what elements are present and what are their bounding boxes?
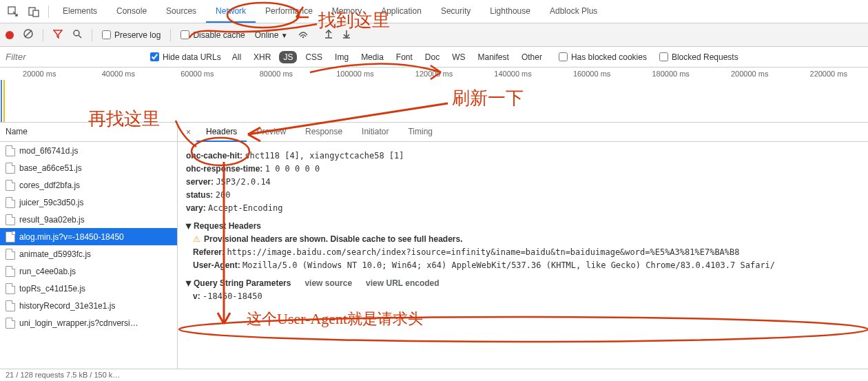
timeline-tick: 80000 ms — [237, 70, 316, 78]
record-button[interactable] — [6, 31, 14, 39]
subtab-initiator[interactable]: Initiator — [352, 123, 398, 142]
request-item[interactable]: animate_d5993fc.js — [0, 245, 177, 262]
timeline-tick: 100000 ms — [316, 70, 395, 78]
devtools-top-tabs: ElementsConsoleSourcesNetworkPerformance… — [0, 0, 868, 23]
filter-type-ws[interactable]: WS — [448, 51, 469, 63]
tab-security[interactable]: Security — [431, 1, 480, 23]
v-label: v: — [193, 291, 200, 301]
filter-type-manifest[interactable]: Manifest — [474, 51, 513, 63]
query-string-section[interactable]: ▶Query String Parameters view source vie… — [186, 278, 860, 288]
tab-performance[interactable]: Performance — [256, 1, 322, 23]
request-headers-section[interactable]: ▶Request Headers — [186, 221, 860, 231]
request-item-name: uni_login_wrapper.js?cdnversi… — [19, 318, 138, 328]
v-value: -18450-18450 — [203, 291, 262, 301]
filter-type-js[interactable]: JS — [279, 51, 297, 63]
request-item[interactable]: mod_6f6741d.js — [0, 142, 177, 159]
filter-type-img[interactable]: Img — [331, 51, 353, 63]
timeline-tick: 20000 ms — [0, 70, 79, 78]
filter-type-xhr[interactable]: XHR — [249, 51, 275, 63]
request-item-name: result_9aa02eb.js — [19, 215, 85, 225]
search-icon[interactable] — [72, 29, 82, 41]
subtab-preview[interactable]: Preview — [247, 123, 296, 142]
status-label: status: — [186, 190, 213, 200]
inspect-icon[interactable] — [3, 1, 23, 22]
timeline-tick: 60000 ms — [158, 70, 237, 78]
clear-icon[interactable] — [23, 29, 33, 41]
request-item-name: cores_ddf2bfa.js — [19, 181, 80, 190]
disable-cache-checkbox[interactable]: Disable cache — [180, 30, 245, 40]
file-icon — [6, 266, 15, 277]
request-item[interactable]: topRs_c41d15e.js — [0, 280, 177, 297]
request-item[interactable]: run_c4ee0ab.js — [0, 262, 177, 280]
tab-memory[interactable]: Memory — [322, 1, 371, 23]
file-icon — [6, 300, 15, 311]
request-item-name: base_a66ce51.js — [19, 163, 82, 173]
svg-point-7 — [302, 37, 303, 38]
tab-adblock-plus[interactable]: Adblock Plus — [540, 1, 607, 23]
server-label: server: — [186, 177, 214, 187]
server-value: JSP3/2.0.14 — [216, 177, 270, 187]
request-item[interactable]: base_a66ce51.js — [0, 159, 177, 176]
svg-point-5 — [74, 30, 79, 36]
filter-input[interactable] — [6, 52, 143, 62]
blocked-requests-checkbox[interactable]: Blocked Requests — [659, 52, 738, 62]
provisional-warning: Provisional headers are shown. Disable c… — [204, 234, 462, 244]
preserve-log-checkbox[interactable]: Preserve log — [102, 30, 161, 40]
subtab-response[interactable]: Response — [296, 123, 352, 142]
ohc-response-time-label: ohc-response-time: — [186, 164, 262, 174]
status-value: 200 — [216, 190, 231, 200]
filter-type-other[interactable]: Other — [517, 51, 546, 63]
filter-type-doc[interactable]: Doc — [421, 51, 444, 63]
tab-sources[interactable]: Sources — [156, 1, 206, 23]
filter-icon[interactable] — [53, 29, 63, 41]
subtab-headers[interactable]: Headers — [196, 123, 247, 142]
request-detail-panel: × HeadersPreviewResponseInitiatorTiming … — [178, 123, 868, 369]
close-icon[interactable]: × — [180, 127, 196, 137]
throttling-dropdown[interactable]: Online ▼ — [255, 30, 288, 40]
network-toolbar: Preserve log Disable cache Online ▼ — [0, 23, 868, 47]
hide-data-urls-checkbox[interactable]: Hide data URLs — [150, 52, 221, 62]
request-item-name: topRs_c41d15e.js — [19, 284, 85, 294]
request-item[interactable]: cores_ddf2bfa.js — [0, 176, 177, 194]
file-icon — [6, 197, 15, 208]
status-bar: 21 / 128 requests 7.5 kB / 150 k… — [0, 369, 868, 381]
ohc-cache-hit-label: ohc-cache-hit: — [186, 151, 242, 161]
request-item[interactable]: historyRecord_31e31e1.js — [0, 297, 177, 314]
file-icon — [6, 231, 15, 243]
vary-label: vary: — [186, 203, 206, 213]
filter-type-media[interactable]: Media — [357, 51, 388, 63]
import-har-icon[interactable] — [324, 29, 333, 41]
has-blocked-cookies-checkbox[interactable]: Has blocked cookies — [559, 52, 647, 62]
disable-cache-label: Disable cache — [193, 30, 245, 40]
tab-elements[interactable]: Elements — [53, 1, 107, 23]
view-url-encoded-link[interactable]: view URL encoded — [366, 278, 439, 288]
view-source-link[interactable]: view source — [304, 278, 352, 288]
filter-type-css[interactable]: CSS — [301, 51, 327, 63]
timeline[interactable]: 20000 ms40000 ms60000 ms80000 ms100000 m… — [0, 68, 868, 123]
subtab-timing[interactable]: Timing — [398, 123, 442, 142]
tab-application[interactable]: Application — [371, 1, 431, 23]
request-item[interactable]: juicer_59c3d50.js — [0, 194, 177, 211]
ohc-cache-hit-value: shct118 [4], xiangyctcache58 [1] — [245, 151, 404, 161]
timeline-tick: 140000 ms — [473, 70, 552, 78]
tab-console[interactable]: Console — [107, 1, 156, 23]
filter-type-font[interactable]: Font — [392, 51, 417, 63]
request-item[interactable]: alog.min.js?v=-18450-18450 — [0, 228, 177, 245]
request-item-name: juicer_59c3d50.js — [19, 198, 83, 207]
name-column-header[interactable]: Name — [0, 123, 177, 142]
user-agent-value: Mozilla/5.0 (Windows NT 10.0; Win64; x64… — [242, 260, 775, 270]
network-conditions-icon[interactable] — [298, 29, 309, 41]
export-har-icon[interactable] — [342, 29, 351, 41]
tab-lighthouse[interactable]: Lighthouse — [480, 1, 540, 23]
request-item-name: historyRecord_31e31e1.js — [19, 301, 115, 311]
timeline-tick: 220000 ms — [789, 70, 868, 78]
user-agent-label: User-Agent: — [193, 260, 240, 270]
device-toggle-icon[interactable] — [23, 1, 44, 22]
request-item[interactable]: result_9aa02eb.js — [0, 211, 177, 228]
svg-line-4 — [25, 30, 32, 37]
tab-network[interactable]: Network — [206, 1, 256, 23]
request-item[interactable]: uni_login_wrapper.js?cdnversi… — [0, 314, 177, 331]
timeline-tick: 40000 ms — [79, 70, 158, 78]
filter-type-all[interactable]: All — [228, 51, 245, 63]
ohc-response-time-value: 1 0 0 0 0 0 — [265, 164, 320, 174]
